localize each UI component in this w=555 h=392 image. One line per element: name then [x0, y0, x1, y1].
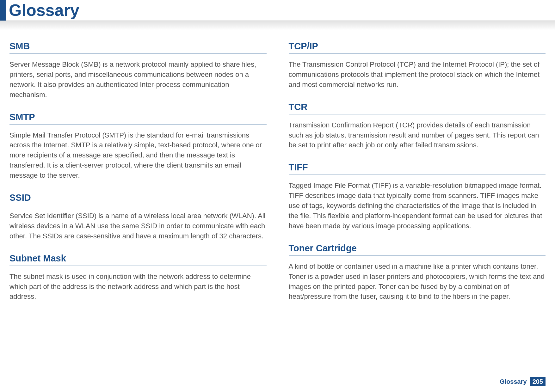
content-area: SMB Server Message Block (SMB) is a netw…	[0, 25, 555, 314]
glossary-entry: TCP/IP The Transmission Control Protocol…	[289, 41, 546, 90]
glossary-definition: Tagged Image File Format (TIFF) is a var…	[289, 181, 546, 231]
header-accent-bar	[0, 0, 6, 21]
glossary-term: SMB	[9, 41, 267, 54]
glossary-definition: Server Message Block (SMB) is a network …	[9, 59, 267, 100]
glossary-term: TCP/IP	[289, 41, 546, 54]
glossary-entry: Subnet Mask The subnet mask is used in c…	[9, 253, 267, 302]
glossary-term: SSID	[9, 193, 267, 205]
glossary-term: Toner Cartridge	[289, 243, 546, 256]
header: Glossary	[0, 0, 555, 25]
glossary-entry: TIFF Tagged Image File Format (TIFF) is …	[289, 162, 546, 231]
glossary-entry: SMB Server Message Block (SMB) is a netw…	[9, 41, 267, 100]
glossary-definition: The Transmission Control Protocol (TCP) …	[289, 59, 546, 90]
left-column: SMB Server Message Block (SMB) is a netw…	[9, 41, 267, 314]
glossary-definition: Service Set Identifier (SSID) is a name …	[9, 211, 267, 241]
footer: Glossary 205	[500, 377, 546, 386]
footer-page-number: 205	[530, 377, 546, 386]
right-column: TCP/IP The Transmission Control Protocol…	[289, 41, 546, 314]
glossary-term: Subnet Mask	[9, 253, 267, 266]
glossary-term: TCR	[289, 102, 546, 114]
page-title: Glossary	[9, 0, 79, 21]
glossary-entry: SSID Service Set Identifier (SSID) is a …	[9, 193, 267, 241]
glossary-term: SMTP	[9, 112, 267, 125]
glossary-entry: TCR Transmission Confirmation Report (TC…	[289, 102, 546, 150]
glossary-definition: The subnet mask is used in conjunction w…	[9, 272, 267, 302]
glossary-definition: Simple Mail Transfer Protocol (SMTP) is …	[9, 130, 267, 181]
glossary-definition: A kind of bottle or container used in a …	[289, 261, 546, 302]
glossary-definition: Transmission Confirmation Report (TCR) p…	[289, 120, 546, 150]
glossary-term: TIFF	[289, 162, 546, 175]
glossary-entry: SMTP Simple Mail Transfer Protocol (SMTP…	[9, 112, 267, 181]
glossary-entry: Toner Cartridge A kind of bottle or cont…	[289, 243, 546, 302]
header-shadow	[0, 21, 555, 30]
footer-section-label: Glossary	[500, 378, 527, 385]
